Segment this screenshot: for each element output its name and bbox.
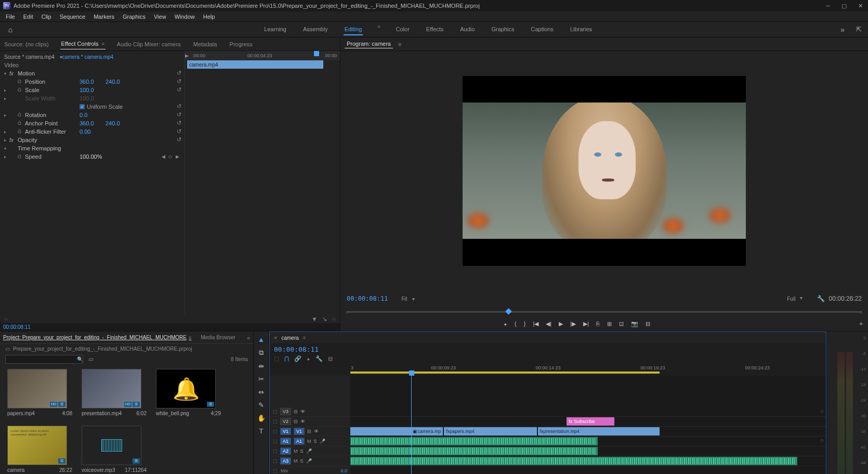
work-area-bar[interactable] (350, 371, 660, 374)
clip-subscribe[interactable]: fxSubscribe (567, 417, 614, 426)
minimize-button[interactable]: ─ (824, 3, 832, 9)
workspace-captions[interactable]: Captions (530, 24, 554, 35)
v2-lock-icon[interactable]: ⬚ (273, 419, 278, 424)
thumb-camera[interactable]: Lorem ipsum dolor sit amet consectetur a… (7, 426, 67, 465)
share-button[interactable]: ⇱ (850, 25, 868, 33)
menu-view[interactable]: View (150, 12, 170, 21)
reset-opacity[interactable]: ↺ (177, 136, 181, 145)
lift-button[interactable]: ⎘ (596, 321, 600, 327)
export-frame-button[interactable]: ⊡ (619, 321, 624, 327)
a3-mute-icon[interactable]: M (294, 458, 298, 464)
project-bin-icon[interactable]: ▭ (5, 346, 10, 352)
clip-presentation[interactable]: fx presentation.mp4 (538, 427, 660, 435)
a3-solo-icon[interactable]: S (300, 458, 304, 464)
track-select-tool[interactable]: ⧉ (256, 349, 267, 357)
razor-tool[interactable]: ✂ (256, 375, 267, 383)
program-tab-menu[interactable]: ≡ (398, 41, 401, 47)
v2-output-icon[interactable]: ⊟ (294, 419, 298, 424)
snap-icon[interactable]: ⋂ (284, 355, 289, 362)
maximize-button[interactable]: ▢ (839, 3, 849, 9)
caption-icon[interactable]: ⊟ (328, 355, 333, 362)
nest-icon[interactable]: ⬚ (274, 355, 279, 362)
settings-wrench-icon[interactable]: 🔧 (817, 295, 825, 302)
program-scrub[interactable]: ○ ○ (347, 307, 862, 316)
a3-name[interactable]: A3 (280, 457, 291, 465)
workspace-editing-menu[interactable]: ≡ (377, 24, 380, 35)
slip-tool[interactable]: ⇔ (256, 388, 267, 396)
program-tab[interactable]: Program: camera (345, 40, 393, 48)
track-v-divider-handle[interactable]: ○ (820, 437, 824, 443)
type-tool[interactable]: T (256, 427, 267, 435)
pen-tool[interactable]: ✎ (256, 401, 267, 409)
menu-clip[interactable]: Clip (38, 12, 55, 21)
tab-progress[interactable]: Progress (229, 39, 254, 49)
linked-selection-icon[interactable]: 🔗 (294, 355, 301, 362)
timeremap-header[interactable]: ▾Time Remapping (0, 144, 185, 152)
clip-a3[interactable] (350, 457, 797, 465)
bin-item-bell[interactable]: 🔔☰ white_bell.png4;29 (156, 369, 221, 416)
workspace-learning[interactable]: Learning (263, 24, 287, 35)
add-marker-button[interactable]: ⬥ (504, 321, 507, 327)
effect-controls-timecode[interactable]: 00:00:08:11 (0, 323, 340, 331)
v2-eye-icon[interactable]: 👁 (300, 419, 305, 424)
a1-solo-icon[interactable]: S (314, 439, 317, 444)
thumb-voiceover[interactable]: ☰ (82, 426, 141, 465)
v3-name[interactable]: V3 (280, 408, 291, 415)
extract-button[interactable]: ⊞ (607, 321, 612, 327)
scrub-left-handle[interactable]: ○ (346, 309, 349, 315)
program-playhead[interactable] (505, 308, 512, 315)
close-button[interactable]: ✕ (856, 3, 865, 9)
menu-help[interactable]: Help (200, 12, 219, 21)
v1-output-icon[interactable]: ⊟ (307, 429, 311, 434)
speed-value[interactable]: 100.00% (80, 153, 102, 160)
workspace-libraries[interactable]: Libraries (569, 24, 593, 35)
lane-v2[interactable]: fxSubscribe (350, 417, 826, 427)
lane-mix[interactable] (350, 466, 826, 474)
speed-keyframe-nav[interactable]: ◀ ◇ ▶ (162, 154, 180, 159)
track-a2-header[interactable]: ⬚A2MS🎤 (270, 446, 350, 456)
ec-filter-icon[interactable]: ▼ (311, 316, 317, 322)
a2-mute-icon[interactable]: M (294, 449, 298, 454)
opacity-header[interactable]: ▸fxOpacity (0, 136, 185, 144)
reset-uniform[interactable]: ↺ (177, 103, 181, 111)
bin-item-voiceover[interactable]: ☰ voiceover.mp317:11264 (82, 426, 147, 473)
tab-effect-controls-menu[interactable]: ≡ (102, 41, 104, 46)
position-y[interactable]: 240.0 (106, 79, 120, 85)
reset-anchor[interactable]: ↺ (177, 120, 181, 128)
position-x[interactable]: 360.0 (80, 79, 106, 85)
workspace-graphics[interactable]: Graphics (490, 24, 515, 35)
track-a1-header[interactable]: ⬚A1A1MS🎤 (270, 437, 350, 446)
motion-header[interactable]: ▾fxMotion (0, 69, 185, 78)
tab-project-menu[interactable]: ≡ (189, 335, 191, 340)
a1-voice-icon[interactable]: 🎤 (320, 439, 325, 444)
ripple-edit-tool[interactable]: ⇹ (256, 362, 267, 370)
effect-target-label[interactable]: camera * camera.mp4 (62, 54, 113, 60)
project-tabs-overflow[interactable]: » (247, 335, 250, 341)
v3-eye-icon[interactable]: 👁 (300, 409, 305, 414)
menu-edit[interactable]: Edit (20, 12, 37, 21)
tab-media-browser[interactable]: Media Browser (201, 335, 235, 340)
a2-name[interactable]: A2 (280, 447, 291, 455)
settings-icon[interactable]: 🔧 (315, 355, 323, 362)
reset-scale[interactable]: ↺ (177, 86, 181, 95)
clip-papers[interactable]: fx papers.mp4 (444, 427, 536, 435)
workspace-effects[interactable]: Effects (425, 24, 444, 35)
mini-ruler-play[interactable]: ▶ (185, 53, 189, 58)
track-v1-header[interactable]: ⬚V1V1⊟👁 (270, 427, 350, 437)
menu-markers[interactable]: Markers (90, 12, 118, 21)
v1-lock-icon[interactable]: ⬚ (273, 429, 278, 434)
a2-lock-icon[interactable]: ⬚ (273, 449, 278, 454)
lane-v3[interactable] (350, 407, 826, 417)
marker-icon[interactable]: ⬥ (307, 355, 310, 362)
scrub-right-handle[interactable]: ○ (859, 309, 863, 315)
clip-a2[interactable] (350, 447, 598, 455)
workspace-color[interactable]: Color (395, 24, 411, 35)
menu-sequence[interactable]: Sequence (56, 12, 89, 21)
tab-source[interactable]: Source: (no clips) (3, 39, 50, 49)
effect-mini-timeline[interactable]: ▶ :00:00 00:00:04:23 00:00 camera.mp4 (185, 51, 340, 315)
mix-value[interactable]: 0.0 (340, 468, 347, 473)
a1-source-patch[interactable]: A1 (280, 438, 291, 445)
timeline-tab-menu[interactable]: ≡ (303, 335, 306, 340)
clip-camera[interactable]: ▣ camera.mp (350, 427, 443, 435)
search-icon[interactable]: 🔍 (77, 356, 83, 362)
